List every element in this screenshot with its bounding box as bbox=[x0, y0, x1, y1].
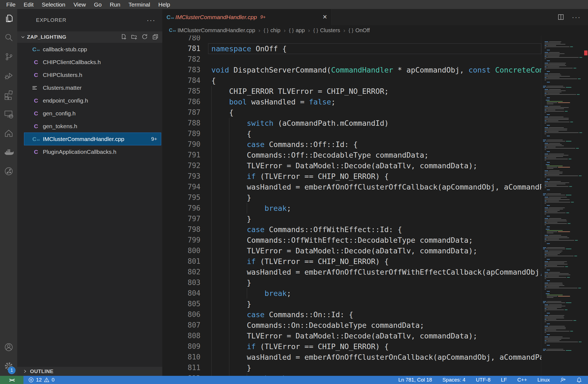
explorer-icon[interactable] bbox=[0, 9, 17, 28]
breadcrumb-item-clusters[interactable]: { }Clusters bbox=[313, 27, 340, 34]
overview-ruler[interactable] bbox=[584, 35, 588, 376]
code-line-789[interactable]: 789 { bbox=[162, 128, 541, 139]
code-line-785[interactable]: 785 CHIP_ERROR TLVError = CHIP_NO_ERROR; bbox=[162, 86, 541, 97]
file-item-clusters.matter[interactable]: Clusters.matter bbox=[24, 81, 161, 94]
collapse-all-icon[interactable] bbox=[152, 34, 158, 41]
cpp-file-icon: C++ bbox=[32, 46, 40, 52]
code-line-805[interactable]: 805 } bbox=[162, 299, 541, 309]
code-line-795[interactable]: 795 } bbox=[162, 192, 541, 203]
more-actions-icon[interactable]: ··· bbox=[572, 13, 581, 21]
tab-bar: C++ IMClusterCommandHandler.cpp 9+ × ··· bbox=[162, 9, 588, 25]
code-line-790[interactable]: 790 case Commands::Off::Id: { bbox=[162, 139, 541, 150]
tab-imclustercommandhandler[interactable]: C++ IMClusterCommandHandler.cpp 9+ × bbox=[162, 9, 332, 25]
menu-file[interactable]: File bbox=[2, 0, 20, 9]
menu-edit[interactable]: Edit bbox=[20, 0, 38, 9]
code-line-787[interactable]: 787 { bbox=[162, 107, 541, 118]
account-icon[interactable] bbox=[0, 338, 17, 357]
status-utf-8[interactable]: UTF-8 bbox=[476, 377, 491, 383]
menu-selection[interactable]: Selection bbox=[38, 0, 69, 9]
sidebar-empty-area bbox=[17, 158, 162, 367]
file-item-chipclientcallbacks.h[interactable]: CCHIPClientCallbacks.h bbox=[24, 56, 161, 68]
status-linux[interactable]: Linux bbox=[538, 377, 550, 383]
tab-label: IMClusterCommandHandler.cpp bbox=[175, 14, 257, 20]
outline-section-header[interactable]: OUTLINE bbox=[17, 367, 162, 376]
split-editor-icon[interactable] bbox=[557, 14, 564, 20]
bell-icon[interactable] bbox=[576, 377, 582, 383]
code-line-788[interactable]: 788 switch (aCommandPath.mCommandId) bbox=[162, 118, 541, 128]
code-line-797[interactable]: 797 } bbox=[162, 214, 541, 224]
code-line-799[interactable]: 799 Commands::OffWithEffect::DecodableTy… bbox=[162, 235, 541, 245]
code-line-803[interactable]: 803 } bbox=[162, 277, 541, 288]
menu-run[interactable]: Run bbox=[106, 0, 125, 9]
close-icon[interactable]: × bbox=[323, 13, 327, 21]
code-line-781[interactable]: 781namespace OnOff { bbox=[162, 43, 541, 54]
file-item-gen_tokens.h[interactable]: Cgen_tokens.h bbox=[24, 120, 161, 133]
code-text: break; bbox=[211, 203, 291, 214]
menu-terminal[interactable]: Terminal bbox=[124, 0, 154, 9]
status-spaces-4[interactable]: Spaces: 4 bbox=[442, 377, 466, 383]
minimap[interactable] bbox=[541, 35, 584, 376]
search-icon[interactable] bbox=[0, 28, 17, 47]
code-line-807[interactable]: 807 Commands::On::DecodableType commandD… bbox=[162, 320, 541, 331]
status-ln-781-col-18[interactable]: Ln 781, Col 18 bbox=[398, 377, 432, 383]
code-line-801[interactable]: 801 if (TLVError == CHIP_NO_ERROR) { bbox=[162, 256, 541, 267]
menu-view[interactable]: View bbox=[69, 0, 90, 9]
code-text: case Commands::OffWithEffect::Id: { bbox=[211, 224, 402, 235]
new-folder-icon[interactable] bbox=[131, 34, 137, 41]
code-line-811[interactable]: 811 } bbox=[162, 362, 541, 373]
code-line-783[interactable]: 783void DispatchServerCommand(CommandHan… bbox=[162, 65, 541, 75]
breadcrumb-item-chip[interactable]: { }chip bbox=[264, 27, 281, 34]
file-item-pluginapplicationcallbacks.h[interactable]: CPluginApplicationCallbacks.h bbox=[24, 145, 161, 158]
code-line-806[interactable]: 806 case Commands::On::Id: { bbox=[162, 309, 541, 320]
home-icon[interactable] bbox=[0, 124, 17, 143]
status-lf[interactable]: LF bbox=[501, 377, 507, 383]
problems-status[interactable]: 12 0 bbox=[28, 377, 55, 383]
breadcrumb-item-app[interactable]: { }app bbox=[289, 27, 305, 34]
git-graph-icon[interactable] bbox=[0, 162, 17, 181]
code-line-793[interactable]: 793 if (TLVError == CHIP_NO_ERROR) { bbox=[162, 171, 541, 182]
remote-explorer-icon[interactable] bbox=[0, 104, 17, 124]
code-line-812[interactable]: 812 break; bbox=[162, 373, 541, 376]
file-item-callback-stub.cpp[interactable]: C++callback-stub.cpp bbox=[24, 43, 161, 56]
code-line-786[interactable]: 786 bool wasHandled = false; bbox=[162, 97, 541, 107]
code-line-810[interactable]: 810 wasHandled = emberAfOnOffClusterOnCa… bbox=[162, 352, 541, 362]
code-line-780[interactable]: 780 bbox=[162, 35, 541, 43]
activity-bar: 1 bbox=[0, 9, 17, 376]
menu-help[interactable]: Help bbox=[154, 0, 174, 9]
settings-icon[interactable]: 1 bbox=[0, 357, 17, 376]
file-item-imclustercommandhandler.cpp[interactable]: C++IMClusterCommandHandler.cpp9+ bbox=[24, 133, 161, 145]
code-line-794[interactable]: 794 wasHandled = emberAfOnOffClusterOffC… bbox=[162, 182, 541, 192]
code-line-809[interactable]: 809 if (TLVError == CHIP_NO_ERROR) { bbox=[162, 341, 541, 352]
docker-icon[interactable] bbox=[0, 143, 17, 162]
code-line-784[interactable]: 784{ bbox=[162, 75, 541, 86]
code-editor[interactable]: 780781namespace OnOff {782783void Dispat… bbox=[162, 35, 588, 376]
breadcrumb-item-imclustercommandhandler.cpp[interactable]: C++IMClusterCommandHandler.cpp bbox=[169, 27, 255, 34]
menu-bar: FileEditSelectionViewGoRunTerminalHelp bbox=[0, 0, 588, 9]
code-line-800[interactable]: 800 TLVError = DataModel::Decode(aDataTl… bbox=[162, 245, 541, 256]
code-line-792[interactable]: 792 TLVError = DataModel::Decode(aDataTl… bbox=[162, 160, 541, 171]
source-control-icon[interactable] bbox=[0, 47, 17, 66]
remote-indicator[interactable]: >< bbox=[0, 376, 23, 384]
code-line-791[interactable]: 791 Commands::Off::DecodableType command… bbox=[162, 150, 541, 160]
code-line-798[interactable]: 798 case Commands::OffWithEffect::Id: { bbox=[162, 224, 541, 235]
more-actions-icon[interactable]: ··· bbox=[147, 19, 156, 22]
feedback-icon[interactable] bbox=[560, 377, 566, 383]
explorer-sidebar: EXPLORER ··· ZAP_LIGHTING C++callback-st… bbox=[17, 9, 162, 376]
new-file-icon[interactable] bbox=[120, 34, 127, 41]
code-line-808[interactable]: 808 TLVError = DataModel::Decode(aDataTl… bbox=[162, 331, 541, 341]
menu-go[interactable]: Go bbox=[90, 0, 106, 9]
refresh-icon[interactable] bbox=[142, 34, 148, 41]
status-c-[interactable]: C++ bbox=[517, 377, 527, 383]
run-and-debug-icon[interactable] bbox=[0, 66, 17, 85]
extensions-icon[interactable] bbox=[0, 85, 17, 104]
breadcrumb-item-onoff[interactable]: { }OnOff bbox=[349, 27, 370, 34]
file-item-endpoint_config.h[interactable]: Cendpoint_config.h bbox=[24, 94, 161, 107]
file-item-gen_config.h[interactable]: Cgen_config.h bbox=[24, 107, 161, 120]
code-text: case Commands::On::Id: { bbox=[211, 309, 353, 320]
code-line-782[interactable]: 782 bbox=[162, 54, 541, 65]
section-header-zap-lighting[interactable]: ZAP_LIGHTING bbox=[17, 31, 162, 43]
code-line-802[interactable]: 802 wasHandled = emberAfOnOffClusterOffW… bbox=[162, 267, 541, 277]
file-item-chipclusters.h[interactable]: CCHIPClusters.h bbox=[24, 68, 161, 81]
code-line-796[interactable]: 796 break; bbox=[162, 203, 541, 214]
code-line-804[interactable]: 804 break; bbox=[162, 288, 541, 299]
